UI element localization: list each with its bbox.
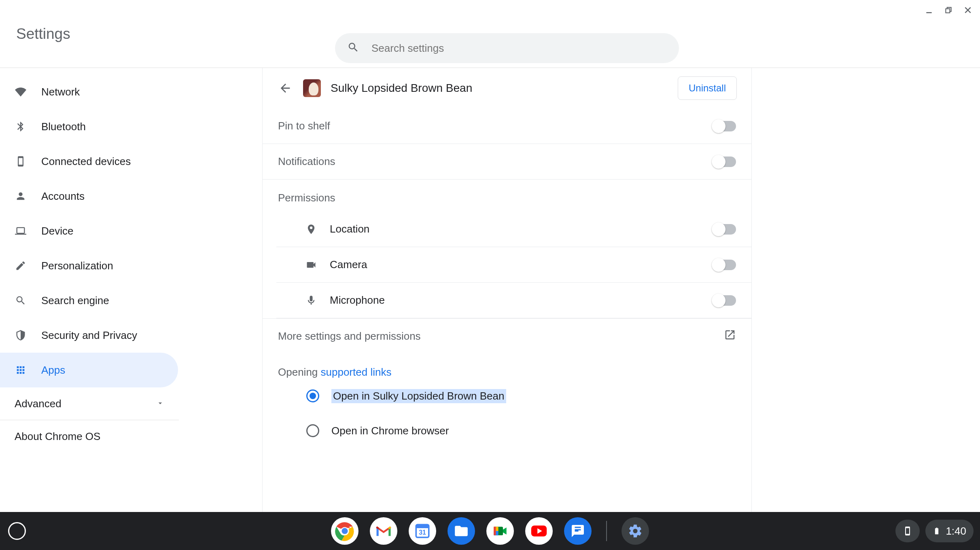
app-detail-title: Sulky Lopsided Brown Bean (331, 82, 668, 95)
svg-rect-14 (494, 527, 496, 535)
opening-section: Opening supported links (263, 354, 751, 379)
search-icon (15, 295, 27, 306)
sidebar-item-label: Apps (41, 364, 65, 377)
wifi-icon (15, 86, 27, 97)
launcher-button[interactable] (8, 522, 26, 540)
shelf-chrome-icon[interactable] (331, 517, 358, 545)
sidebar-item-label: Network (41, 86, 80, 98)
person-icon (15, 190, 27, 202)
app-detail-panel: Sulky Lopsided Brown Bean Uninstall Pin … (262, 68, 752, 512)
sidebar-item-label: Accounts (41, 190, 85, 203)
sidebar-item-personalization[interactable]: Personalization (0, 248, 178, 283)
location-icon (305, 224, 318, 235)
sidebar-advanced[interactable]: Advanced (0, 387, 179, 420)
sidebar-item-search-engine[interactable]: Search engine (0, 283, 178, 318)
permissions-header: Permissions (263, 180, 751, 212)
shelf-messages-icon[interactable] (564, 517, 592, 545)
sidebar-item-network[interactable]: Network (0, 74, 178, 109)
app-icon (303, 79, 321, 97)
sidebar-item-device[interactable]: Device (0, 214, 178, 248)
permission-microphone-row: Microphone (276, 283, 751, 318)
svg-text:31: 31 (419, 529, 426, 536)
laptop-icon (15, 225, 27, 237)
microphone-icon (305, 295, 318, 306)
advanced-label: Advanced (15, 398, 62, 410)
permission-camera-toggle[interactable] (713, 260, 736, 270)
shelf-separator (606, 521, 607, 541)
opening-prefix: Opening (278, 366, 321, 378)
sidebar-item-apps[interactable]: Apps (0, 353, 178, 387)
shelf-youtube-icon[interactable] (525, 517, 553, 545)
apps-icon (15, 364, 27, 376)
about-label: About Chrome OS (15, 430, 100, 443)
radio-open-in-chrome-label: Open in Chrome browser (331, 425, 449, 437)
shelf-files-icon[interactable] (448, 517, 475, 545)
sidebar-item-label: Search engine (41, 294, 109, 307)
permission-location-row: Location (276, 212, 751, 247)
search-box[interactable] (335, 33, 679, 63)
sidebar-item-label: Bluetooth (41, 121, 86, 133)
radio-button-icon (306, 389, 319, 402)
sidebar-item-accounts[interactable]: Accounts (0, 179, 178, 214)
sidebar-item-label: Security and Privacy (41, 329, 137, 342)
shelf-gmail-icon[interactable] (370, 517, 397, 545)
sidebar-item-bluetooth[interactable]: Bluetooth (0, 109, 178, 144)
sidebar-item-security[interactable]: Security and Privacy (0, 318, 178, 353)
shelf-meet-icon[interactable] (486, 517, 514, 545)
notifications-toggle[interactable] (713, 157, 736, 167)
header: Settings (0, 0, 980, 68)
notifications-row: Notifications (263, 144, 751, 180)
permission-location-label: Location (330, 223, 369, 235)
status-time: 1:40 (946, 525, 966, 537)
shelf-calendar-icon[interactable]: 31 (409, 517, 436, 545)
sidebar: Network Bluetooth Connected devices Acco… (0, 68, 179, 512)
camera-icon (305, 259, 318, 271)
main-area: Sulky Lopsided Brown Bean Uninstall Pin … (179, 68, 980, 512)
edit-icon (15, 260, 27, 271)
shield-icon (15, 330, 27, 341)
sidebar-item-label: Connected devices (41, 155, 131, 168)
pin-to-shelf-toggle[interactable] (713, 121, 736, 131)
bluetooth-icon (15, 121, 27, 132)
more-settings-row[interactable]: More settings and permissions (263, 318, 751, 354)
pin-to-shelf-label: Pin to shelf (278, 120, 330, 132)
status-tray[interactable]: 1:40 (925, 520, 974, 542)
supported-links-link[interactable]: supported links (321, 366, 392, 378)
svg-point-6 (342, 528, 348, 534)
radio-open-in-app-label: Open in Sulky Lopsided Brown Bean (331, 389, 506, 403)
more-settings-label: More settings and permissions (278, 330, 421, 343)
sidebar-item-label: Personalization (41, 260, 113, 272)
radio-button-icon (306, 424, 319, 437)
caret-down-icon (156, 398, 164, 410)
notifications-label: Notifications (278, 155, 335, 168)
permission-camera-row: Camera (276, 247, 751, 283)
shelf-settings-icon[interactable] (622, 517, 649, 545)
uninstall-button[interactable]: Uninstall (678, 76, 737, 100)
permission-camera-label: Camera (330, 258, 367, 271)
app-title: Settings (16, 25, 70, 42)
shelf: 31 1:40 (0, 512, 980, 550)
radio-open-in-app[interactable]: Open in Sulky Lopsided Brown Bean (263, 379, 751, 413)
svg-rect-9 (416, 525, 429, 528)
radio-open-in-chrome[interactable]: Open in Chrome browser (263, 413, 751, 448)
back-button[interactable] (277, 80, 293, 96)
phone-icon (15, 156, 27, 167)
sidebar-about[interactable]: About Chrome OS (0, 420, 179, 453)
permission-microphone-label: Microphone (330, 294, 385, 307)
pin-to-shelf-row: Pin to shelf (263, 108, 751, 144)
sidebar-item-connected-devices[interactable]: Connected devices (0, 144, 178, 179)
search-icon (347, 41, 359, 55)
search-input[interactable] (371, 42, 679, 55)
status-notifications[interactable] (895, 520, 920, 542)
permission-location-toggle[interactable] (713, 224, 736, 235)
permission-microphone-toggle[interactable] (713, 295, 736, 306)
external-link-icon (724, 329, 736, 344)
sidebar-item-label: Device (41, 225, 73, 237)
